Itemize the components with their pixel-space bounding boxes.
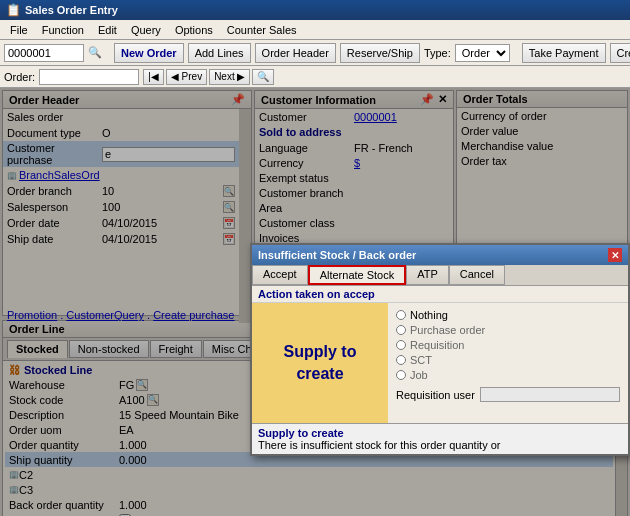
nav-toolbar: Order: |◀ ◀ Prev Next ▶ 🔍 xyxy=(0,66,630,88)
requisition-user-row: Requisition user xyxy=(396,387,620,402)
modal-tab-accept[interactable]: Accept xyxy=(252,265,308,285)
menu-query[interactable]: Query xyxy=(125,23,167,37)
radio-purchase-order-input[interactable] xyxy=(396,325,406,335)
menu-edit[interactable]: Edit xyxy=(92,23,123,37)
supply-create-text: Supply to create xyxy=(260,341,380,386)
modal-tab-atp[interactable]: ATP xyxy=(406,265,449,285)
modal-content: Supply to create Nothing Purchase order … xyxy=(252,303,628,423)
modal-tab-cancel[interactable]: Cancel xyxy=(449,265,505,285)
radio-purchase-order: Purchase order xyxy=(396,324,620,336)
radio-requisition-input[interactable] xyxy=(396,340,406,350)
radio-nothing-input[interactable] xyxy=(396,310,406,320)
requisition-user-label: Requisition user xyxy=(396,389,476,401)
nav-buttons: |◀ ◀ Prev Next ▶ 🔍 xyxy=(143,69,274,85)
type-select[interactable]: Order xyxy=(455,44,510,62)
app-title: Sales Order Entry xyxy=(25,4,118,16)
menu-bar: File Function Edit Query Options Counter… xyxy=(0,20,630,40)
order-header-button[interactable]: Order Header xyxy=(255,43,336,63)
radio-purchase-order-label: Purchase order xyxy=(410,324,485,336)
modal-bottom-title: Supply to create xyxy=(258,427,622,439)
modal-bottom-text: There is insufficient stock for this ord… xyxy=(258,439,622,451)
type-label: Type: xyxy=(424,47,451,59)
main-toolbar: 🔍 New Order Add Lines Order Header Reser… xyxy=(0,40,630,66)
radio-job-label: Job xyxy=(410,369,428,381)
insufficient-stock-modal: Insufficient Stock / Back order ✕ Accept… xyxy=(250,243,630,456)
radio-sct: SCT xyxy=(396,354,620,366)
modal-tab-alternate-stock[interactable]: Alternate Stock xyxy=(308,265,407,285)
modal-title-bar: Insufficient Stock / Back order ✕ xyxy=(252,245,628,265)
search-icon[interactable]: 🔍 xyxy=(88,46,102,59)
title-bar: 📋 Sales Order Entry xyxy=(0,0,630,20)
menu-function[interactable]: Function xyxy=(36,23,90,37)
modal-title: Insufficient Stock / Back order xyxy=(258,249,416,261)
radio-requisition: Requisition xyxy=(396,339,620,351)
menu-options[interactable]: Options xyxy=(169,23,219,37)
reserve-ship-button[interactable]: Reserve/Ship xyxy=(340,43,420,63)
radio-job-input[interactable] xyxy=(396,370,406,380)
order-nav-input[interactable] xyxy=(39,69,139,85)
next-nav-button[interactable]: Next ▶ xyxy=(209,69,250,85)
take-payment-button[interactable]: Take Payment xyxy=(522,43,606,63)
content-area: Order Header 📌 Sales order Document type… xyxy=(0,88,630,514)
radio-sct-label: SCT xyxy=(410,354,432,366)
radio-requisition-label: Requisition xyxy=(410,339,464,351)
modal-action-title: Action taken on accep xyxy=(252,286,628,303)
prev-nav-button[interactable]: ◀ Prev xyxy=(166,69,207,85)
first-nav-button[interactable]: |◀ xyxy=(143,69,164,85)
radio-nothing: Nothing xyxy=(396,309,620,321)
new-order-button[interactable]: New Order xyxy=(114,43,184,63)
modal-close-button[interactable]: ✕ xyxy=(608,248,622,262)
radio-sct-input[interactable] xyxy=(396,355,406,365)
add-lines-button[interactable]: Add Lines xyxy=(188,43,251,63)
requisition-user-input[interactable] xyxy=(480,387,620,402)
modal-bottom-info: Supply to create There is insufficient s… xyxy=(252,423,628,454)
app-icon: 📋 xyxy=(6,3,21,17)
search-nav-button[interactable]: 🔍 xyxy=(252,69,274,85)
menu-file[interactable]: File xyxy=(4,23,34,37)
order-number-input[interactable] xyxy=(4,44,84,62)
radio-nothing-label: Nothing xyxy=(410,309,448,321)
supply-create-panel: Supply to create xyxy=(252,303,388,423)
modal-tabs: Accept Alternate Stock ATP Cancel xyxy=(252,265,628,286)
create-order-button[interactable]: Create Order xyxy=(610,43,631,63)
modal-options-panel: Nothing Purchase order Requisition SCT J… xyxy=(388,303,628,423)
menu-counter-sales[interactable]: Counter Sales xyxy=(221,23,303,37)
order-label: Order: xyxy=(4,71,35,83)
radio-job: Job xyxy=(396,369,620,381)
